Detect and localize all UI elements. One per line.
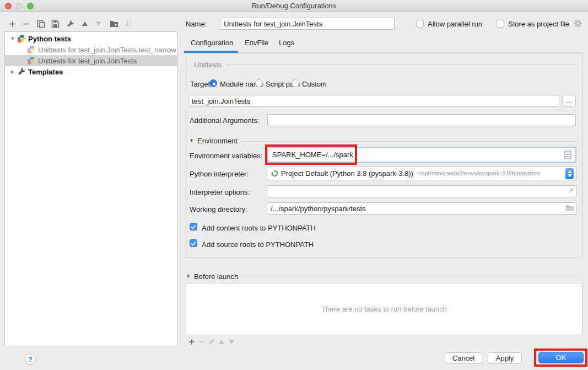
radio-custom[interactable]: [292, 79, 299, 87]
add-content-roots-checkbox[interactable]: [190, 223, 197, 230]
configurations-tree: ▼ Python tests Unittests for test_join.J…: [4, 31, 177, 346]
radio-custom-label[interactable]: Custom: [302, 80, 327, 88]
name-input[interactable]: [220, 18, 395, 30]
remove-task-icon[interactable]: [198, 338, 206, 346]
allow-parallel-run-label: Allow parallel run: [428, 20, 482, 28]
sort-alphabetically-icon[interactable]: az: [125, 19, 133, 28]
name-label: Name:: [186, 20, 207, 28]
tab-logs[interactable]: Logs: [279, 39, 294, 47]
python-interpreter-label: Python interpreter:: [190, 170, 249, 178]
add-task-icon[interactable]: [188, 338, 196, 346]
add-source-roots-checkbox[interactable]: [190, 239, 197, 247]
additional-arguments-input[interactable]: [267, 114, 576, 126]
move-down-icon[interactable]: [94, 19, 103, 28]
title-bar: Run/Debug Configurations: [0, 0, 588, 12]
new-folder-icon[interactable]: [110, 19, 118, 28]
before-launch-empty-message: There are no tasks to run before launch: [321, 305, 447, 313]
unittests-section-label: Unittests: [194, 61, 222, 69]
tree-item-label: Templates: [28, 68, 63, 76]
python-interpreter-path: ~/opt/miniconda3/envs/pyspark-3.8/bin/py…: [416, 170, 540, 176]
unittests-section-line: [227, 65, 578, 65]
before-launch-section-line: [241, 277, 582, 277]
zoom-button[interactable]: [27, 3, 34, 9]
tree-item-jointests-selected[interactable]: Unittests for test_join.JoinTests: [5, 55, 177, 66]
conda-env-icon: [271, 170, 278, 177]
add-content-roots-label[interactable]: Add content roots to PYTHONPATH: [202, 224, 316, 232]
radio-script-path[interactable]: [255, 79, 263, 87]
apply-button[interactable]: Apply: [488, 352, 522, 364]
store-as-project-file-label: Store as project file: [508, 20, 569, 28]
add-configuration-icon[interactable]: [8, 19, 17, 28]
copy-configuration-icon[interactable]: [36, 19, 45, 28]
move-up-icon[interactable]: [80, 19, 89, 28]
target-label: Target:: [190, 80, 212, 88]
tab-envfile[interactable]: EnvFile: [245, 39, 268, 47]
save-configuration-icon[interactable]: [51, 19, 60, 28]
folder-browse-icon[interactable]: [565, 205, 574, 213]
help-button[interactable]: ?: [25, 353, 36, 364]
move-task-down-icon[interactable]: [228, 338, 235, 346]
expand-field-icon[interactable]: [568, 187, 574, 196]
tab-configuration[interactable]: Configuration: [191, 39, 233, 47]
environment-variables-value: SPARK_HOME=/.../spark: [268, 151, 353, 159]
before-launch-tasks-list[interactable]: There are no tasks to run before launch: [186, 283, 582, 335]
python-interpreter-select[interactable]: Project Default (Python 3.8 (pyspark-3.8…: [267, 166, 576, 180]
edit-task-icon[interactable]: [208, 338, 215, 346]
before-launch-collapse-icon[interactable]: ▼: [186, 274, 191, 279]
additional-arguments-label: Additional Arguments:: [190, 116, 259, 125]
browse-variables-icon[interactable]: [564, 151, 571, 160]
svg-text:a: a: [130, 20, 132, 24]
remove-configuration-icon[interactable]: [21, 19, 30, 28]
minimize-button[interactable]: [16, 3, 23, 9]
svg-text:z: z: [130, 24, 131, 28]
tree-item-test-narrow[interactable]: Unittests for test_join.JoinTests.test_n…: [5, 44, 177, 55]
cancel-button[interactable]: Cancel: [445, 352, 482, 364]
before-launch-section-label[interactable]: Before launch: [194, 272, 238, 281]
chevron-right-icon[interactable]: ▶: [9, 69, 16, 74]
dropdown-stepper-icon[interactable]: [565, 168, 574, 179]
module-name-input[interactable]: [188, 95, 559, 107]
edit-templates-icon[interactable]: [66, 19, 74, 28]
window-title: Run/Debug Configurations: [0, 0, 588, 12]
chevron-down-icon[interactable]: ▼: [9, 36, 16, 41]
tree-item-label: Unittests for test_join.JoinTests: [38, 57, 137, 65]
close-button[interactable]: [5, 3, 12, 9]
interpreter-options-label: Interpreter options:: [190, 188, 250, 196]
python-interpreter-value: Project Default (Python 3.8 (pyspark-3.8…: [281, 169, 413, 178]
python-icon: [17, 34, 26, 43]
store-as-project-file-checkbox[interactable]: [497, 20, 504, 28]
working-directory-input[interactable]: [267, 202, 576, 215]
add-source-roots-label[interactable]: Add source roots to PYTHONPATH: [202, 240, 314, 249]
tree-item-label: Unittests for test_join.JoinTests.test_n…: [38, 46, 176, 54]
python-test-icon: [27, 56, 36, 65]
ok-button[interactable]: OK: [538, 352, 584, 363]
wrench-icon: [17, 67, 26, 76]
tree-item-python-tests[interactable]: ▼ Python tests: [5, 33, 177, 44]
run-debug-configurations-dialog: Run/Debug Configurations az ▼ Python tes…: [0, 0, 588, 370]
browse-module-button[interactable]: ...: [562, 95, 576, 107]
gear-icon[interactable]: [574, 19, 582, 29]
working-directory-label: Working directory:: [190, 205, 247, 213]
allow-parallel-run-checkbox[interactable]: [416, 20, 424, 28]
radio-module-name[interactable]: [209, 79, 217, 87]
tree-item-templates[interactable]: ▶ Templates: [5, 66, 177, 77]
environment-variables-field[interactable]: SPARK_HOME=/.../spark: [267, 147, 576, 163]
move-task-up-icon[interactable]: [218, 338, 225, 346]
environment-collapse-icon[interactable]: ▼: [189, 138, 194, 143]
interpreter-options-input[interactable]: [267, 185, 576, 197]
tree-item-label: Python tests: [28, 35, 71, 43]
python-test-icon: [27, 45, 36, 54]
environment-section-line: [241, 141, 578, 142]
environment-section-label[interactable]: Environment: [197, 137, 238, 145]
environment-variables-label: Environment variables:: [190, 152, 262, 160]
